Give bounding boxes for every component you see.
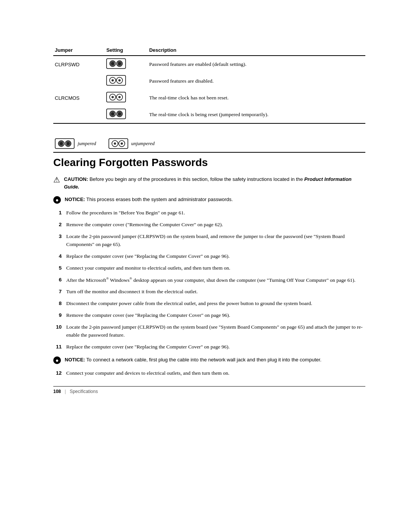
- jumper-description: Password features are disabled.: [148, 73, 365, 89]
- step-number: 12: [53, 369, 62, 377]
- svg-point-4: [118, 62, 121, 65]
- step-text: Locate the 2-pin password jumper (CLRPSW…: [66, 233, 365, 249]
- footer-divider: |: [65, 389, 66, 394]
- caution-label: CAUTION:: [64, 176, 88, 182]
- step-text: Disconnect the computer power cable from…: [66, 300, 365, 308]
- filled-jumper-icon: [106, 58, 126, 69]
- step-number: 10: [53, 323, 62, 331]
- svg-point-9: [112, 79, 114, 81]
- list-item: 10 Locate the 2-pin password jumper (CLR…: [53, 323, 365, 339]
- step-number: 8: [53, 300, 62, 308]
- jumper-description: The real-time clock has not been reset.: [148, 89, 365, 106]
- step-number: 5: [53, 264, 62, 272]
- jumper-setting-icon: [105, 56, 148, 73]
- svg-point-14: [112, 96, 114, 98]
- list-item: 11 Replace the computer cover (see "Repl…: [53, 343, 365, 351]
- empty-jumper-icon-2: [106, 92, 126, 102]
- notice2-label: NOTICE:: [65, 357, 85, 363]
- table-row: The real-time clock is being reset (jump…: [53, 106, 365, 123]
- empty-jumper-icon: [106, 75, 126, 86]
- step-text: Replace the computer cover (see "Replaci…: [66, 252, 365, 260]
- step-number: 7: [53, 288, 62, 296]
- step-number: 9: [53, 312, 62, 320]
- legend-filled-label: jumpered: [78, 141, 96, 147]
- legend-empty-icon: [108, 138, 128, 149]
- svg-point-3: [111, 62, 114, 65]
- svg-point-19: [111, 112, 114, 115]
- svg-point-26: [67, 142, 70, 145]
- final-step-list: 12 Connect your computer and devices to …: [53, 369, 365, 377]
- steps-list: 1 Follow the procedures in "Before You B…: [53, 209, 365, 351]
- list-item: 12 Connect your computer and devices to …: [53, 369, 365, 377]
- jumper-table: Jumper Setting Description CLRPSWD: [53, 46, 365, 124]
- col-header-description: Description: [148, 46, 365, 56]
- jumper-name: CLRCMOS: [53, 89, 105, 106]
- svg-rect-21: [114, 113, 118, 115]
- jumper-name-empty: [53, 73, 105, 89]
- list-item: 7 Turn off the monitor and disconnect it…: [53, 288, 365, 296]
- jumper-name: CLRPSWD: [53, 56, 105, 73]
- step-number: 6: [53, 276, 62, 284]
- jumper-description: The real-time clock is being reset (jump…: [148, 106, 365, 123]
- notice2-text: NOTICE: To connect a network cable, firs…: [65, 356, 322, 364]
- list-item: 2 Remove the computer cover ("Removing t…: [53, 221, 365, 229]
- notice2-block: ● NOTICE: To connect a network cable, fi…: [53, 356, 365, 364]
- svg-point-31: [114, 142, 116, 145]
- step-text: Connect your computer and devices to ele…: [66, 369, 365, 377]
- section-heading: Clearing Forgotten Passwords: [53, 157, 365, 169]
- svg-point-20: [118, 112, 121, 115]
- caution-icon: ⚠: [53, 176, 60, 184]
- svg-point-25: [60, 142, 63, 145]
- list-item: 8 Disconnect the computer power cable fr…: [53, 300, 365, 308]
- notice1-text: NOTICE: This process erases both the sys…: [65, 196, 233, 203]
- step-text: Connect your computer and monitor to ele…: [66, 264, 365, 272]
- step-text: Remove the computer cover (see "Replacin…: [66, 312, 365, 320]
- jumper-description: Password features are enabled (default s…: [148, 56, 365, 73]
- svg-rect-5: [114, 62, 118, 65]
- step-text: Follow the procedures in "Before You Beg…: [66, 209, 365, 217]
- list-item: 9 Remove the computer cover (see "Replac…: [53, 312, 365, 320]
- notice1-label: NOTICE:: [65, 197, 85, 202]
- list-item: 3 Locate the 2-pin password jumper (CLRP…: [53, 233, 365, 249]
- step-number: 4: [53, 252, 62, 260]
- svg-rect-27: [63, 142, 67, 145]
- footer: 108 | Specifications: [53, 386, 365, 394]
- step-text: After the Microsoft® Windows® desktop ap…: [66, 276, 365, 284]
- col-header-setting: Setting: [105, 46, 148, 56]
- step-number: 3: [53, 233, 62, 241]
- notice2-icon: ●: [53, 356, 61, 364]
- step-text: Locate the 2-pin password jumper (CLRPSW…: [66, 323, 365, 339]
- legend-filled-icon: [55, 138, 75, 149]
- jumper-setting-icon-filled2: [105, 106, 148, 123]
- step-number: 2: [53, 221, 62, 229]
- footer-section-label: Specifications: [70, 389, 98, 394]
- table-row: Password features are disabled.: [53, 73, 365, 89]
- legend-row: jumpered unjumpered: [53, 135, 365, 153]
- caution-block: ⚠ CAUTION: Before you begin any of the p…: [53, 176, 365, 190]
- step-number: 11: [53, 343, 62, 351]
- step-text: Remove the computer cover ("Removing the…: [66, 221, 365, 229]
- list-item: 6 After the Microsoft® Windows® desktop …: [53, 276, 365, 284]
- svg-point-10: [118, 79, 121, 81]
- caution-body: Before you begin any of the procedures i…: [89, 176, 304, 182]
- list-item: 4 Replace the computer cover (see "Repla…: [53, 252, 365, 260]
- footer-page-number: 108: [53, 389, 61, 394]
- notice2-body: To connect a network cable, first plug t…: [86, 357, 322, 363]
- list-item: 1 Follow the procedures in "Before You B…: [53, 209, 365, 217]
- svg-point-32: [121, 142, 123, 145]
- step-text: Replace the computer cover (see "Replaci…: [66, 343, 365, 351]
- table-row: CLRPSWD Password features are enabled (d…: [53, 56, 365, 73]
- notice1-block: ● NOTICE: This process erases both the s…: [53, 196, 365, 204]
- step-number: 1: [53, 209, 62, 217]
- jumper-setting-icon-empty: [105, 73, 148, 89]
- jumper-setting-icon: [105, 89, 148, 106]
- legend-empty-label: unjumpered: [131, 141, 155, 147]
- notice1-body: This process erases both the system and …: [86, 197, 233, 202]
- col-header-jumper: Jumper: [53, 46, 105, 56]
- page: Jumper Setting Description CLRPSWD: [0, 0, 411, 413]
- table-row: CLRCMOS The real-time clock has not been…: [53, 89, 365, 106]
- jumper-name-empty: [53, 106, 105, 123]
- step-text: Turn off the monitor and disconnect it f…: [66, 288, 365, 296]
- list-item: 5 Connect your computer and monitor to e…: [53, 264, 365, 272]
- notice-icon: ●: [53, 196, 61, 204]
